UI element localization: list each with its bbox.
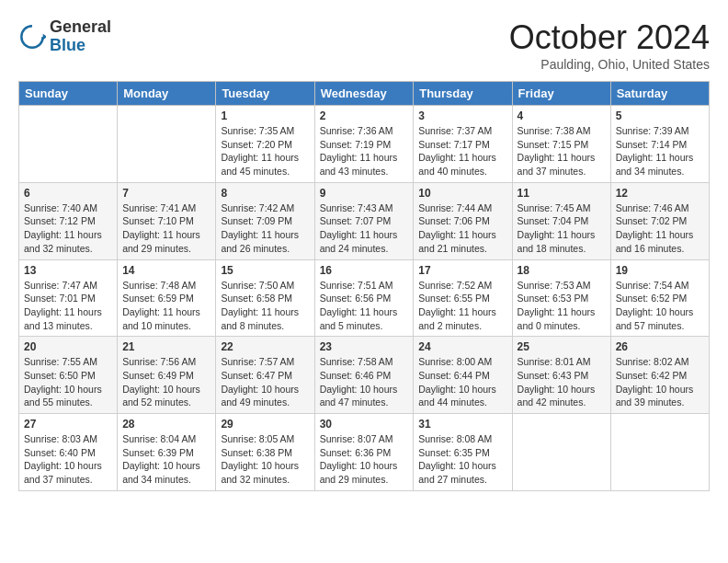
sunrise-text: Sunrise: 7:58 AM [320, 356, 393, 367]
location-text: Paulding, Ohio, United States [509, 57, 710, 72]
daylight-text: Daylight: 11 hours and 0 minutes. [518, 306, 596, 331]
calendar-cell: 24Sunrise: 8:00 AMSunset: 6:44 PMDayligh… [414, 337, 512, 414]
day-number: 8 [221, 187, 309, 200]
daylight-text: Daylight: 11 hours and 40 minutes. [418, 152, 496, 177]
day-number: 6 [24, 187, 112, 200]
sunrise-text: Sunrise: 8:02 AM [616, 356, 689, 367]
daylight-text: Daylight: 11 hours and 5 minutes. [320, 306, 398, 331]
daylight-text: Daylight: 11 hours and 2 minutes. [418, 306, 496, 331]
day-number: 16 [320, 264, 409, 277]
daylight-text: Daylight: 10 hours and 34 minutes. [122, 460, 200, 485]
sunset-text: Sunset: 7:10 PM [122, 215, 194, 226]
day-number: 13 [24, 264, 112, 277]
calendar-cell: 27Sunrise: 8:03 AMSunset: 6:40 PMDayligh… [19, 414, 118, 491]
calendar-table: SundayMondayTuesdayWednesdayThursdayFrid… [18, 81, 710, 491]
cell-info: Sunrise: 7:44 AMSunset: 7:06 PMDaylight:… [418, 201, 506, 256]
cell-info: Sunrise: 7:48 AMSunset: 6:59 PMDaylight:… [122, 279, 210, 333]
sunset-text: Sunset: 6:49 PM [122, 370, 194, 381]
weekday-header-saturday: Saturday [610, 82, 709, 106]
cell-info: Sunrise: 8:03 AMSunset: 6:40 PMDaylight:… [24, 432, 112, 487]
daylight-text: Daylight: 11 hours and 32 minutes. [24, 229, 102, 254]
day-number: 22 [221, 340, 309, 353]
day-number: 11 [518, 187, 606, 200]
sunrise-text: Sunrise: 7:45 AM [518, 202, 591, 213]
calendar-cell: 23Sunrise: 7:58 AMSunset: 6:46 PMDayligh… [314, 337, 414, 414]
day-number: 27 [24, 418, 112, 431]
sunrise-text: Sunrise: 8:00 AM [418, 356, 492, 367]
cell-info: Sunrise: 7:54 AMSunset: 6:52 PMDaylight:… [616, 279, 704, 333]
cell-info: Sunrise: 7:58 AMSunset: 6:46 PMDaylight:… [320, 355, 409, 409]
calendar-cell: 5Sunrise: 7:39 AMSunset: 7:14 PMDaylight… [610, 106, 709, 183]
cell-info: Sunrise: 7:39 AMSunset: 7:14 PMDaylight:… [616, 124, 704, 178]
day-number: 28 [122, 418, 210, 431]
sunset-text: Sunset: 7:20 PM [221, 139, 292, 150]
page-header: General Blue October 2024 Paulding, Ohio… [18, 18, 710, 72]
calendar-cell: 4Sunrise: 7:38 AMSunset: 7:15 PMDaylight… [512, 106, 610, 183]
day-number: 17 [418, 264, 506, 277]
calendar-cell: 9Sunrise: 7:43 AMSunset: 7:07 PMDaylight… [314, 182, 414, 259]
sunrise-text: Sunrise: 7:48 AM [122, 280, 196, 291]
sunrise-text: Sunrise: 7:51 AM [320, 280, 393, 291]
daylight-text: Daylight: 11 hours and 24 minutes. [320, 229, 398, 254]
calendar-cell: 3Sunrise: 7:37 AMSunset: 7:17 PMDaylight… [414, 106, 512, 183]
calendar-cell: 30Sunrise: 8:07 AMSunset: 6:36 PMDayligh… [314, 414, 414, 491]
cell-info: Sunrise: 7:52 AMSunset: 6:55 PMDaylight:… [418, 279, 506, 333]
sunrise-text: Sunrise: 7:56 AM [122, 356, 196, 367]
cell-info: Sunrise: 7:57 AMSunset: 6:47 PMDaylight:… [221, 355, 309, 409]
weekday-header-thursday: Thursday [414, 82, 512, 106]
sunset-text: Sunset: 6:59 PM [122, 293, 194, 304]
sunset-text: Sunset: 7:06 PM [418, 215, 490, 226]
day-number: 9 [320, 187, 409, 200]
sunrise-text: Sunrise: 7:41 AM [122, 202, 196, 213]
calendar-cell: 16Sunrise: 7:51 AMSunset: 6:56 PMDayligh… [314, 259, 414, 337]
day-number: 1 [221, 109, 309, 122]
cell-info: Sunrise: 8:07 AMSunset: 6:36 PMDaylight:… [320, 432, 409, 487]
calendar-cell: 8Sunrise: 7:42 AMSunset: 7:09 PMDaylight… [216, 182, 314, 259]
sunrise-text: Sunrise: 7:54 AM [616, 280, 689, 291]
sunset-text: Sunset: 6:43 PM [518, 370, 589, 381]
sunset-text: Sunset: 6:52 PM [616, 293, 688, 304]
calendar-cell: 7Sunrise: 7:41 AMSunset: 7:10 PMDaylight… [118, 182, 216, 259]
cell-info: Sunrise: 7:51 AMSunset: 6:56 PMDaylight:… [320, 279, 409, 333]
sunrise-text: Sunrise: 7:43 AM [320, 202, 393, 213]
sunrise-text: Sunrise: 7:44 AM [418, 202, 492, 213]
weekday-header-monday: Monday [118, 82, 216, 106]
day-number: 20 [24, 340, 112, 353]
calendar-cell: 10Sunrise: 7:44 AMSunset: 7:06 PMDayligh… [414, 182, 512, 259]
cell-info: Sunrise: 7:37 AMSunset: 7:17 PMDaylight:… [418, 124, 506, 178]
cell-info: Sunrise: 7:40 AMSunset: 7:12 PMDaylight:… [24, 201, 112, 256]
calendar-cell: 17Sunrise: 7:52 AMSunset: 6:55 PMDayligh… [414, 259, 512, 337]
day-number: 25 [518, 340, 606, 353]
logo-icon [18, 23, 46, 51]
weekday-header-tuesday: Tuesday [216, 82, 314, 106]
sunrise-text: Sunrise: 7:39 AM [616, 125, 689, 136]
cell-info: Sunrise: 7:42 AMSunset: 7:09 PMDaylight:… [221, 201, 309, 256]
daylight-text: Daylight: 10 hours and 39 minutes. [616, 384, 694, 408]
calendar-cell: 21Sunrise: 7:56 AMSunset: 6:49 PMDayligh… [118, 337, 216, 414]
day-number: 12 [616, 187, 704, 200]
day-number: 5 [616, 109, 704, 122]
day-number: 31 [418, 418, 506, 431]
day-number: 29 [221, 418, 309, 431]
sunset-text: Sunset: 6:35 PM [418, 447, 490, 458]
sunrise-text: Sunrise: 7:37 AM [418, 125, 492, 136]
svg-marker-0 [43, 33, 46, 40]
cell-info: Sunrise: 7:50 AMSunset: 6:58 PMDaylight:… [221, 279, 309, 333]
calendar-cell: 20Sunrise: 7:55 AMSunset: 6:50 PMDayligh… [19, 337, 118, 414]
calendar-cell: 14Sunrise: 7:48 AMSunset: 6:59 PMDayligh… [118, 259, 216, 337]
daylight-text: Daylight: 10 hours and 29 minutes. [320, 460, 398, 485]
cell-info: Sunrise: 7:56 AMSunset: 6:49 PMDaylight:… [122, 355, 210, 409]
day-number: 14 [122, 264, 210, 277]
daylight-text: Daylight: 10 hours and 37 minutes. [24, 460, 102, 485]
calendar-cell: 12Sunrise: 7:46 AMSunset: 7:02 PMDayligh… [610, 182, 709, 259]
title-area: October 2024 Paulding, Ohio, United Stat… [509, 18, 710, 72]
day-number: 24 [418, 340, 506, 353]
sunset-text: Sunset: 7:12 PM [24, 215, 96, 226]
logo-general-text: General [50, 17, 111, 36]
sunset-text: Sunset: 6:39 PM [122, 447, 194, 458]
sunrise-text: Sunrise: 8:08 AM [418, 433, 492, 444]
daylight-text: Daylight: 11 hours and 43 minutes. [320, 152, 398, 177]
logo: General Blue [18, 18, 111, 55]
sunrise-text: Sunrise: 7:55 AM [24, 356, 97, 367]
sunset-text: Sunset: 7:17 PM [418, 139, 490, 150]
